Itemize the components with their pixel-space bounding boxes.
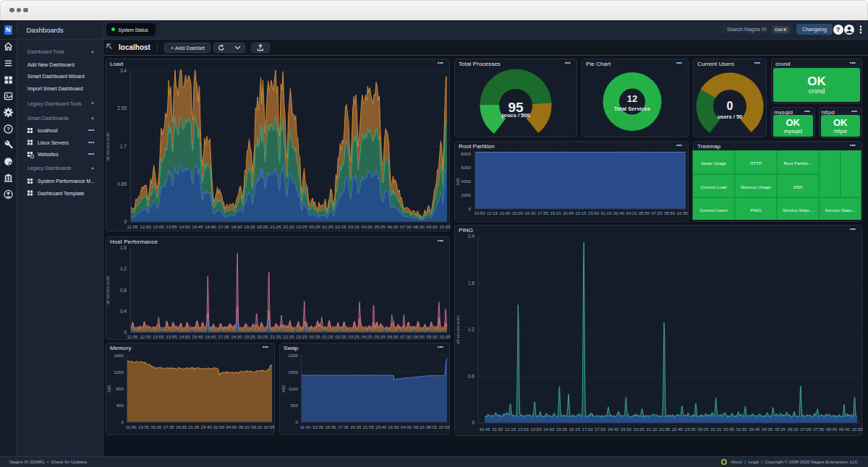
svg-text:17:55: 17:55 (537, 211, 549, 215)
svg-text:04:00: 04:00 (226, 425, 237, 429)
svg-text:17:35: 17:35 (163, 425, 175, 429)
svg-text:11:05: 11:05 (127, 334, 138, 339)
svg-text:03:45: 03:45 (749, 427, 760, 432)
svg-text:21:25: 21:25 (270, 334, 281, 339)
svg-text:21:35: 21:35 (188, 425, 200, 429)
svg-text:19:25: 19:25 (244, 334, 255, 339)
svg-text:00:25: 00:25 (697, 427, 709, 432)
svg-text:15:35: 15:35 (325, 425, 336, 429)
svg-text:19:30: 19:30 (621, 427, 632, 432)
svg-text:0.8: 0.8 (120, 288, 127, 293)
svg-text:18:30: 18:30 (231, 334, 242, 339)
svg-text:12:00: 12:00 (140, 224, 151, 229)
svg-text:1.7: 1.7 (120, 144, 127, 149)
svg-text:Service Statu...: Service Statu... (783, 207, 813, 213)
svg-text:0.6: 0.6 (468, 374, 475, 379)
svg-text:00:25: 00:25 (309, 334, 320, 339)
svg-text:MiB: MiB (281, 385, 286, 393)
svg-text:10:35: 10:35 (263, 425, 275, 429)
svg-text:09:30: 09:30 (426, 224, 438, 229)
svg-text:05:50: 05:50 (639, 211, 650, 215)
svg-text:13:50: 13:50 (530, 427, 542, 432)
svg-text:04:35: 04:35 (762, 427, 773, 432)
svg-text:17:35: 17:35 (218, 334, 229, 339)
svg-text:13:35: 13:35 (138, 425, 150, 429)
svg-text:11:40: 11:40 (300, 425, 311, 429)
svg-text:10:45: 10:45 (479, 427, 490, 432)
svg-text:02:25: 02:25 (335, 224, 346, 229)
svg-text:02:25: 02:25 (335, 334, 346, 339)
svg-text:2.4: 2.4 (468, 234, 475, 239)
svg-text:14:50: 14:50 (179, 334, 190, 339)
svg-text:04:15: 04:15 (626, 211, 637, 215)
svg-text:02:45: 02:45 (613, 211, 625, 215)
svg-text:17:35: 17:35 (338, 425, 349, 429)
svg-text:17:35: 17:35 (218, 224, 229, 229)
svg-text:05:25: 05:25 (374, 224, 386, 229)
svg-text:13:55: 13:55 (166, 334, 177, 339)
svg-text:14:50: 14:50 (179, 224, 190, 229)
svg-text:22:45: 22:45 (672, 427, 684, 432)
svg-text:06:30: 06:30 (387, 334, 399, 339)
svg-text:11:05: 11:05 (127, 224, 138, 229)
svg-text:18:30: 18:30 (231, 224, 242, 229)
svg-text:0: 0 (296, 419, 299, 424)
svg-text:22:25: 22:25 (283, 334, 294, 339)
svg-text:2200: 2200 (288, 353, 298, 358)
svg-text:15:45: 15:45 (192, 224, 203, 229)
svg-text:01:25: 01:25 (322, 224, 333, 229)
svg-text:19:15: 19:15 (550, 211, 561, 215)
svg-text:800: 800 (116, 386, 124, 391)
svg-text:23:25: 23:25 (296, 334, 307, 339)
svg-text:21:25: 21:25 (270, 224, 281, 229)
svg-text:15:30: 15:30 (556, 427, 568, 432)
svg-text:01:15: 01:15 (710, 427, 722, 432)
svg-text:Total Services: Total Services (614, 106, 650, 112)
svg-text:23:50: 23:50 (588, 211, 600, 215)
svg-text:02:55: 02:55 (736, 427, 748, 432)
svg-text:06:15: 06:15 (788, 427, 799, 432)
svg-text:21:10: 21:10 (646, 427, 658, 432)
svg-text:06:10: 06:10 (239, 425, 250, 429)
svg-text:19:35: 19:35 (176, 425, 187, 429)
svg-text:13:00: 13:00 (153, 334, 164, 339)
svg-text:users / 50: users / 50 (718, 113, 743, 120)
svg-text:05:25: 05:25 (775, 427, 786, 432)
svg-text:01:25: 01:25 (322, 334, 333, 339)
svg-text:09:40: 09:40 (839, 427, 851, 432)
svg-text:08:55: 08:55 (664, 211, 676, 215)
svg-text:04:00: 04:00 (401, 425, 412, 429)
svg-text:16:40: 16:40 (205, 224, 216, 229)
svg-text:06:10: 06:10 (414, 425, 425, 429)
svg-text:0: 0 (469, 206, 472, 211)
svg-text:11:40: 11:40 (126, 425, 137, 429)
svg-text:23:40: 23:40 (201, 425, 213, 429)
svg-text:08:30: 08:30 (413, 334, 425, 339)
svg-text:04:25: 04:25 (361, 334, 373, 339)
svg-text:20:25: 20:25 (257, 224, 268, 229)
svg-text:0: 0 (122, 419, 124, 424)
svg-text:PING: PING (750, 207, 761, 213)
svg-text:2.55: 2.55 (117, 106, 127, 111)
svg-text:1650: 1650 (288, 369, 298, 374)
svg-text:0.85: 0.85 (117, 181, 127, 187)
svg-text:Service Statu...: Service Statu... (825, 207, 856, 213)
svg-text:10:50: 10:50 (474, 211, 485, 215)
svg-text:all service units: all service units (106, 276, 110, 305)
svg-text:01:15: 01:15 (600, 211, 612, 215)
svg-text:4000: 4000 (461, 179, 471, 184)
svg-text:15:05: 15:05 (512, 211, 524, 215)
svg-text:all service units: all service units (456, 315, 460, 344)
svg-text:1.2: 1.2 (120, 266, 127, 271)
svg-text:03:25: 03:25 (348, 334, 359, 339)
svg-text:19:25: 19:25 (244, 224, 255, 229)
svg-text:Current Load: Current Load (700, 184, 727, 189)
svg-text:all service units: all service units (106, 132, 110, 161)
svg-text:15:45: 15:45 (192, 334, 203, 339)
svg-text:Memory Usage: Memory Usage (741, 184, 772, 189)
svg-text:13:55: 13:55 (166, 224, 177, 229)
svg-text:10:35: 10:35 (676, 211, 688, 215)
svg-text:1600: 1600 (114, 353, 124, 358)
svg-text:17:00: 17:00 (582, 427, 594, 432)
svg-text:07:25: 07:25 (651, 211, 663, 215)
